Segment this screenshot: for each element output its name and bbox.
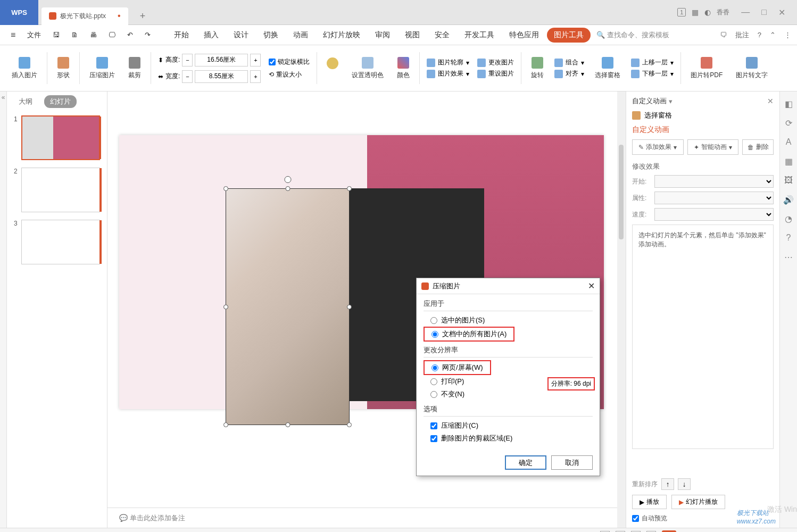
tab-picture-tools[interactable]: 图片工具 xyxy=(547,28,591,43)
tab-animation[interactable]: 动画 xyxy=(286,28,315,43)
lock-ratio-checkbox[interactable]: 锁定纵横比 xyxy=(269,57,310,66)
width-input[interactable] xyxy=(195,70,248,83)
tab-start[interactable]: 开始 xyxy=(167,28,196,43)
outline-tab[interactable]: 大纲 xyxy=(13,95,38,108)
minimize-icon[interactable]: — xyxy=(741,7,750,18)
slide-thumb-2[interactable]: 2 xyxy=(7,164,107,216)
picture-effect-button[interactable]: 图片效果 ▾ xyxy=(427,69,469,78)
reset-picture-button[interactable]: 重设图片 xyxy=(477,69,514,78)
send-backward-button[interactable]: 下移一层 ▾ xyxy=(631,69,674,78)
color-button[interactable]: 颜色 xyxy=(392,47,414,89)
property-select[interactable] xyxy=(654,192,774,204)
start-select[interactable] xyxy=(654,175,774,188)
tab-special[interactable]: 特色应用 xyxy=(502,28,546,43)
rotate-button[interactable]: 旋转 xyxy=(526,47,549,89)
help-icon[interactable]: ? xyxy=(783,232,794,243)
file-menu[interactable]: 文件 xyxy=(22,28,46,42)
bring-forward-button[interactable]: 上移一层 ▾ xyxy=(631,58,674,67)
add-tab-button[interactable]: + xyxy=(134,7,152,25)
group-button[interactable]: 组合 ▾ xyxy=(554,58,584,67)
play-button[interactable]: ▶播放 xyxy=(632,495,667,509)
menu-more-icon[interactable]: ⋮ xyxy=(784,31,791,39)
tab-security[interactable]: 安全 xyxy=(428,28,456,43)
notes-area[interactable]: 💬 单击此处添加备注 xyxy=(107,508,617,528)
redo-icon[interactable]: ↷ xyxy=(140,29,155,41)
collapse-ribbon-icon[interactable]: ⌃ xyxy=(770,31,776,39)
tab-devtools[interactable]: 开发工具 xyxy=(458,28,501,43)
align-button[interactable]: 对齐 ▾ xyxy=(554,69,584,78)
tab-view[interactable]: 视图 xyxy=(398,28,427,43)
delete-button[interactable]: 🗑删除 xyxy=(742,139,774,155)
layers-icon[interactable]: ▦ xyxy=(783,156,794,167)
crop-button[interactable]: 裁剪 xyxy=(123,47,146,89)
resize-handle-e[interactable] xyxy=(347,304,352,309)
resize-handle-ne[interactable] xyxy=(347,186,352,191)
height-input[interactable] xyxy=(195,54,248,66)
print-icon[interactable]: 🖶 xyxy=(85,29,102,41)
radio-selected-images[interactable]: 选中的图片(S) xyxy=(424,314,593,327)
tab-dirty-indicator[interactable]: • xyxy=(118,11,121,21)
tab-design[interactable]: 设计 xyxy=(227,28,255,43)
tab-review[interactable]: 审阅 xyxy=(368,28,397,43)
height-decrease[interactable]: − xyxy=(182,54,193,66)
close-icon[interactable]: ✕ xyxy=(778,7,785,18)
dialog-close-button[interactable]: ✕ xyxy=(588,281,595,291)
width-increase[interactable]: + xyxy=(250,70,261,83)
badge-icon[interactable]: 1 xyxy=(677,8,686,16)
resize-handle-s[interactable] xyxy=(285,422,290,427)
tab-insert[interactable]: 插入 xyxy=(197,28,226,43)
comments-label[interactable]: 批注 xyxy=(735,30,749,40)
text-icon[interactable]: A xyxy=(783,137,794,147)
image-to-text-button[interactable]: 图片转文字 xyxy=(731,47,773,89)
dropdown-icon[interactable]: ▾ xyxy=(669,97,673,105)
rotate-handle[interactable] xyxy=(284,176,291,183)
slide-thumb-3[interactable]: 3 xyxy=(7,216,107,268)
comments-icon[interactable]: 🗨 xyxy=(720,31,727,39)
canvas-area[interactable]: 压缩图片 ✕ 应用于 选中的图片(S) 文档中的所有图片(A) 更改分辨率 网页… xyxy=(107,92,626,528)
transparent-color-button[interactable]: 设置透明色 xyxy=(347,47,388,89)
insert-image-button[interactable]: 插入图片 xyxy=(7,47,42,89)
media-icon[interactable]: 🖾 xyxy=(783,175,794,186)
resize-handle-n[interactable] xyxy=(285,186,290,191)
reset-size-button[interactable]: ⟲ 重设大小 xyxy=(269,70,310,79)
width-decrease[interactable]: − xyxy=(182,70,193,83)
vertical-scrollbar[interactable] xyxy=(617,92,626,528)
height-increase[interactable]: + xyxy=(250,54,261,66)
panel-close-button[interactable]: ✕ xyxy=(767,97,774,105)
smart-animation-button[interactable]: ✦智能动画 ▾ xyxy=(687,139,739,155)
tab-transition[interactable]: 切换 xyxy=(256,28,285,43)
brightness-button[interactable] xyxy=(322,47,343,89)
checkbox-delete-crop[interactable]: 删除图片的剪裁区域(E) xyxy=(424,432,593,445)
change-picture-button[interactable]: 更改图片 xyxy=(477,58,514,67)
checkbox-compress[interactable]: 压缩图片(C) xyxy=(424,419,593,432)
move-down-button[interactable]: ↓ xyxy=(678,478,691,490)
picture-outline-button[interactable]: 图片轮廓 ▾ xyxy=(427,58,469,67)
clock-icon[interactable]: ◔ xyxy=(783,213,794,224)
selection-pane-link[interactable]: 选择窗格 xyxy=(632,111,774,120)
image-to-pdf-button[interactable]: 图片转PDF xyxy=(686,47,727,89)
speed-select[interactable] xyxy=(654,208,774,221)
search-box[interactable]: 🔍 查找命令、搜索模板 xyxy=(596,30,669,40)
shape-button[interactable]: 形状 xyxy=(52,47,74,89)
slides-tab[interactable]: 幻灯片 xyxy=(44,95,77,108)
save-as-icon[interactable]: 🗎 xyxy=(67,29,83,41)
wps-logo[interactable]: WPS xyxy=(0,0,38,25)
grid-icon[interactable]: ▦ xyxy=(692,8,699,16)
resize-handle-sw[interactable] xyxy=(223,422,228,427)
save-icon[interactable]: 🖫 xyxy=(48,29,64,41)
slideshow-play-button[interactable]: ▶幻灯片播放 xyxy=(671,495,725,509)
animation-icon[interactable]: ⟳ xyxy=(783,118,794,128)
maximize-icon[interactable]: □ xyxy=(761,7,767,18)
undo-icon[interactable]: ↶ xyxy=(122,29,138,41)
resize-handle-se[interactable] xyxy=(347,422,352,427)
compress-image-button[interactable]: 压缩图片 xyxy=(85,47,120,89)
collapse-panel-button[interactable]: « xyxy=(0,92,7,528)
style-icon[interactable]: ◧ xyxy=(783,98,794,109)
more-icon[interactable]: ⋯ xyxy=(783,252,794,262)
radio-all-images[interactable]: 文档中的所有图片(A) xyxy=(424,327,514,342)
user-avatar-icon[interactable]: ◐ xyxy=(704,8,711,16)
resize-handle-w[interactable] xyxy=(223,304,228,309)
cancel-button[interactable]: 取消 xyxy=(551,455,593,470)
add-effect-button[interactable]: ✎添加效果 ▾ xyxy=(632,139,684,155)
slide-thumb-1[interactable]: 1 xyxy=(7,112,107,164)
